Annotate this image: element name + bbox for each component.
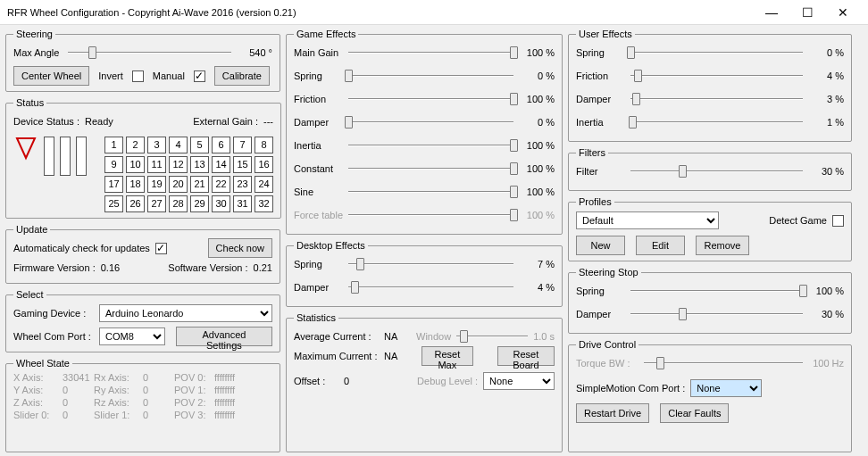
device-status-value: Ready	[85, 116, 113, 127]
wheel-state-cell: Ry Axis:	[94, 385, 143, 395]
reset-max-button[interactable]: Reset Max	[421, 346, 473, 366]
slider-value: 3 %	[808, 94, 844, 104]
calibrate-button[interactable]: Calibrate	[214, 66, 270, 86]
slider[interactable]	[348, 281, 513, 294]
max-angle-slider[interactable]	[68, 46, 231, 59]
status-button[interactable]: 3	[147, 137, 166, 153]
status-button[interactable]: 26	[126, 195, 145, 212]
gaming-device-combo[interactable]: Arduino Leonardo	[99, 304, 272, 322]
advanced-settings-button[interactable]: Advanced Settings	[176, 327, 272, 346]
slider[interactable]	[630, 70, 803, 82]
status-button[interactable]: 25	[104, 195, 123, 212]
status-button[interactable]: 7	[233, 137, 252, 153]
detect-game-checkbox[interactable]	[832, 215, 844, 227]
slider[interactable]	[348, 258, 513, 270]
restart-drive-button[interactable]: Restart Drive	[576, 403, 649, 423]
torque-bw-slider[interactable]	[644, 357, 803, 369]
slider[interactable]	[348, 46, 513, 59]
status-button[interactable]: 18	[126, 176, 145, 193]
status-button[interactable]: 13	[190, 156, 209, 173]
center-wheel-button[interactable]: Center Wheel	[13, 66, 89, 86]
wheel-state-cell: Rz Axis:	[94, 397, 143, 408]
device-status-label: Device Status :	[13, 116, 79, 127]
status-button[interactable]: 10	[126, 156, 145, 173]
slider[interactable]	[630, 165, 803, 178]
wheel-state-cell: ffffffff	[214, 385, 259, 395]
close-button[interactable]: ✕	[825, 5, 861, 20]
status-button[interactable]: 4	[169, 137, 188, 153]
slider-value: 0 %	[519, 70, 555, 81]
slider[interactable]	[630, 93, 803, 105]
maximize-button[interactable]: ☐	[789, 5, 825, 20]
status-button[interactable]: 12	[169, 156, 188, 173]
wheel-state-cell: POV 3:	[174, 410, 214, 420]
user-effects-group: User Effects Spring0 %Friction4 %Damper3…	[568, 29, 852, 142]
invert-label: Invert	[98, 70, 123, 81]
slider[interactable]	[630, 116, 803, 129]
check-now-button[interactable]: Check now	[208, 238, 272, 258]
status-button[interactable]: 17	[104, 176, 123, 193]
wheel-state-cell: POV 2:	[174, 397, 214, 408]
status-button[interactable]: 9	[104, 156, 123, 173]
status-button[interactable]: 15	[233, 156, 252, 173]
slider[interactable]	[630, 285, 803, 297]
slider[interactable]	[348, 70, 513, 82]
slider[interactable]	[348, 93, 513, 105]
wheel-state-group: Wheel State X Axis:33041Rx Axis:0POV 0:f…	[5, 358, 280, 452]
status-button[interactable]: 19	[147, 176, 166, 193]
drive-control-group: Drive Control Torque BW : 100 Hz SimpleM…	[568, 339, 852, 452]
profile-remove-button[interactable]: Remove	[696, 236, 749, 255]
status-button[interactable]: 22	[212, 176, 230, 193]
manual-checkbox[interactable]	[194, 70, 205, 82]
status-button[interactable]: 32	[255, 195, 273, 212]
profile-edit-button[interactable]: Edit	[636, 236, 685, 255]
auto-update-checkbox[interactable]	[155, 243, 167, 254]
slider[interactable]	[630, 308, 803, 320]
debug-level-label: Debug Level :	[417, 376, 478, 386]
avg-current-value: NA	[384, 331, 411, 342]
wheel-port-combo[interactable]: COM8	[99, 327, 165, 345]
status-button[interactable]: 24	[255, 176, 273, 193]
window-slider[interactable]	[456, 330, 528, 343]
profile-combo[interactable]: Default	[576, 211, 719, 229]
status-button[interactable]: 29	[190, 195, 209, 212]
slider[interactable]	[348, 116, 513, 129]
sm-port-combo[interactable]: None	[690, 379, 762, 397]
wheel-state-cell: 0	[63, 385, 94, 395]
invert-checkbox[interactable]	[132, 70, 144, 82]
slider[interactable]	[630, 46, 803, 59]
status-button[interactable]: 23	[233, 176, 252, 193]
status-button[interactable]: 31	[233, 195, 252, 212]
titlebar: RFR Wheel Configuration - Copyright Ai-W…	[0, 0, 868, 25]
clear-faults-button[interactable]: Clear Faults	[660, 403, 729, 423]
slider-label: Inertia	[294, 140, 343, 151]
reset-board-button[interactable]: Reset Board	[497, 346, 555, 366]
slider-label: Spring	[576, 286, 625, 296]
wheel-state-cell: ffffffff	[214, 410, 259, 420]
status-button[interactable]: 28	[169, 195, 188, 212]
debug-level-combo[interactable]: None	[483, 372, 555, 390]
slider[interactable]	[348, 139, 513, 152]
slider[interactable]	[348, 186, 513, 198]
status-button[interactable]: 16	[255, 156, 273, 173]
status-button[interactable]: 2	[126, 137, 145, 153]
minimize-button[interactable]: ―	[754, 5, 789, 20]
status-button[interactable]: 6	[212, 137, 230, 153]
slider-value: 100 %	[519, 47, 555, 58]
slider[interactable]	[348, 162, 513, 175]
status-button[interactable]: 8	[255, 137, 273, 153]
status-button[interactable]: 30	[212, 195, 230, 212]
wheel-state-cell: Z Axis:	[13, 397, 63, 408]
slider-label: Spring	[576, 47, 625, 58]
status-button[interactable]: 21	[190, 176, 209, 193]
profiles-group: Profiles Default Detect Game New Edit Re…	[568, 196, 852, 261]
status-button[interactable]: 11	[147, 156, 166, 173]
sw-version-value: 0.21	[254, 262, 272, 273]
status-button[interactable]: 1	[104, 137, 123, 153]
status-button[interactable]: 27	[147, 195, 166, 212]
profile-new-button[interactable]: New	[576, 236, 625, 255]
steering-group: Steering Max Angle 540 ° Center Wheel In…	[5, 29, 280, 92]
status-button[interactable]: 14	[212, 156, 230, 173]
status-button[interactable]: 5	[190, 137, 209, 153]
status-button[interactable]: 20	[169, 176, 188, 193]
